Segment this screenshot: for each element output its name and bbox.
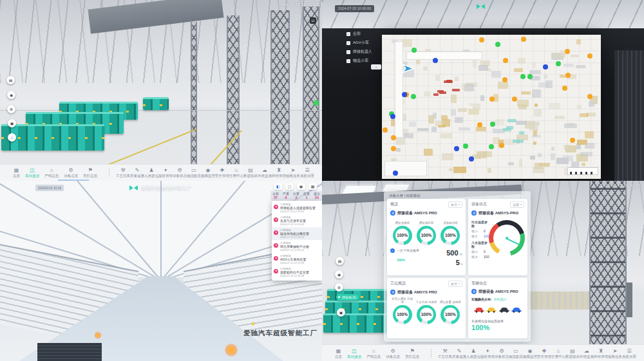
- scene-marker[interactable]: ▣: [8, 119, 16, 127]
- toolbar-item-总览[interactable]: ▦总览: [13, 167, 20, 178]
- scene-marker[interactable]: ▤: [336, 257, 344, 265]
- filter-dropdown[interactable]: 全部▾: [510, 201, 524, 208]
- equipment-status-dot[interactable]: [499, 143, 504, 148]
- equipment-status-dot[interactable]: [512, 97, 517, 102]
- scene-marker[interactable]: ▣: [337, 308, 345, 317]
- equipment-status-dot[interactable]: [556, 61, 561, 66]
- factory-floor-map[interactable]: [382, 35, 601, 179]
- toolbar-item-系统设置[interactable]: ☰系统设置: [300, 167, 314, 178]
- view-button[interactable]: ▦: [308, 183, 317, 190]
- alarm-tab-告警[interactable]: 告警1: [301, 192, 312, 200]
- equipment-status-dot[interactable]: [562, 86, 567, 91]
- equipment-status-dot[interactable]: [503, 58, 508, 63]
- collapse-panel-button[interactable]: ‹: [371, 64, 381, 69]
- filter-dropdown[interactable]: 本月▾: [448, 281, 462, 287]
- toolbar-item-设备总览[interactable]: ⚙设备总览: [64, 167, 78, 178]
- toolbar-item-系统设置[interactable]: ☰系统设置: [622, 348, 636, 358]
- toolbar-item-告警中心[interactable]: ♨告警中心: [229, 167, 243, 178]
- fullscreen-button[interactable]: ⊡: [310, 17, 316, 24]
- equipment-status-dot[interactable]: [543, 64, 548, 69]
- alarm-list-item[interactable]: 4#焊装线安全光栅触发告警2024-07-15 12:02:47: [272, 279, 322, 281]
- toolbar-item-工艺仿真[interactable]: ⚒工艺仿真: [116, 167, 130, 178]
- alarm-list-item[interactable]: 2#焊装线输送线电机过载告警2024-07-15 12:28:16: [272, 227, 322, 240]
- toolbar-item-环境监测[interactable]: ☁环境监测: [258, 167, 272, 178]
- equipment-status-dot[interactable]: [411, 94, 416, 99]
- alarm-list-item[interactable]: 2#焊装线焊点质量抽检不合格2024-07-15 12:20:51: [272, 240, 322, 253]
- alarm-tab-次要[interactable]: 次要2: [291, 192, 301, 200]
- equipment-status-dot[interactable]: [520, 74, 526, 79]
- alarm-list-item[interactable]: 1#焊装线焊接机器人温度超限告警2024-07-15 12:33:05: [272, 201, 322, 214]
- equipment-status-dot[interactable]: [390, 114, 395, 119]
- equipment-status-dot[interactable]: [489, 144, 494, 149]
- toolbar-item-质量追溯[interactable]: ✎质量追溯: [130, 167, 144, 178]
- toolbar-item-能耗管理[interactable]: ✦能耗管理: [158, 167, 173, 178]
- equipment-status-dot[interactable]: [383, 127, 388, 133]
- toolbar-item-班组管理[interactable]: ♜班组管理: [272, 167, 286, 178]
- equipment-status-dot[interactable]: [565, 49, 570, 54]
- equipment-status-dot[interactable]: [391, 146, 396, 151]
- equipment-status-dot[interactable]: [587, 53, 592, 59]
- toolbar-item-车间漫游[interactable]: ◫车间漫游: [347, 348, 361, 358]
- toolbar-item-巡检任务[interactable]: ➤巡检任务: [286, 167, 300, 178]
- toolbar-item-人员定位[interactable]: ♟人员定位: [466, 348, 480, 358]
- equipment-status-dot[interactable]: [521, 37, 526, 42]
- toolbar-item-物流配送[interactable]: ▭物流配送: [187, 167, 201, 178]
- view-button[interactable]: ▣: [297, 183, 305, 190]
- equipment-status-dot[interactable]: [402, 92, 407, 97]
- equipment-status-dot[interactable]: [477, 122, 482, 127]
- camera-position-arrow[interactable]: [402, 64, 415, 73]
- layer-filter-物流小车[interactable]: ✓物流小车: [346, 58, 372, 64]
- equipment-status-dot[interactable]: [391, 135, 396, 140]
- toolbar-item-设备状态[interactable]: ⚙设备状态: [495, 348, 509, 358]
- toolbar-item-人员定位[interactable]: ♟人员定位: [144, 167, 158, 178]
- toolbar-item-质量追溯[interactable]: ✎质量追溯: [452, 348, 466, 358]
- alarm-list-item[interactable]: 1#焊装线夹具气压异常告警2024-07-15 12:31:42: [272, 214, 322, 227]
- toolbar-item-产线总览[interactable]: ⌂产线总览: [366, 348, 381, 358]
- scene-marker[interactable]: ⚙: [335, 283, 343, 292]
- view-button[interactable]: ◧: [274, 183, 282, 190]
- equipment-status-dot[interactable]: [433, 58, 438, 63]
- equipment-status-dot[interactable]: [469, 156, 474, 162]
- toolbar-item-产线总览[interactable]: ⌂产线总览: [44, 167, 59, 178]
- toolbar-item-数据报表[interactable]: ▤数据报表: [565, 348, 580, 358]
- filter-dropdown[interactable]: 本月▾: [448, 201, 462, 208]
- scene-marker[interactable]: ♨: [8, 133, 16, 142]
- toolbar-item-告警中心[interactable]: ♨告警中心: [551, 348, 565, 358]
- toolbar-item-物流配送[interactable]: ▭物流配送: [509, 348, 523, 358]
- alarm-list-item[interactable]: 3#焊装线AGV小车离线告警2024-07-15 12:15:33: [272, 253, 322, 266]
- equipment-status-dot[interactable]: [463, 143, 468, 149]
- toolbar-item-巡检任务[interactable]: ➤巡检任务: [608, 348, 622, 358]
- toolbar-item-能耗管理[interactable]: ✦能耗管理: [480, 348, 495, 358]
- scene-marker[interactable]: ⚙: [7, 105, 15, 113]
- alarm-tab-严重[interactable]: 严重8: [281, 192, 291, 200]
- line-tooltip[interactable]: 焊装线-01: [336, 294, 359, 301]
- toolbar-item-视频监控[interactable]: ◉视频监控: [201, 167, 215, 178]
- toolbar-item-车间漫游[interactable]: ◫车间漫游: [25, 167, 39, 178]
- view-button[interactable]: ▢: [285, 183, 294, 190]
- equipment-status-dot[interactable]: [570, 138, 575, 143]
- scene-marker[interactable]: ◉: [7, 91, 15, 99]
- equipment-status-dot[interactable]: [495, 42, 500, 47]
- toolbar-item-安全管理[interactable]: ✚安全管理: [215, 167, 229, 178]
- scene-marker[interactable]: ▤: [6, 76, 15, 84]
- toolbar-item-安灯总览[interactable]: ⚑安灯总览: [83, 167, 97, 178]
- alarm-list-item[interactable]: 3#焊装线涂胶机料位不足告警2024-07-15 12:10:08: [272, 266, 322, 279]
- toolbar-item-设备状态[interactable]: ⚙设备状态: [173, 167, 187, 178]
- alarm-tab-全部[interactable]: 全部37: [270, 192, 281, 200]
- layer-filter-焊接机器人[interactable]: ✓焊接机器人: [346, 49, 372, 55]
- toolbar-item-视频监控[interactable]: ◉视频监控: [523, 348, 537, 358]
- toolbar-item-工艺仿真[interactable]: ⚒工艺仿真: [438, 348, 452, 358]
- toolbar-item-设备总览[interactable]: ⚙设备总览: [386, 348, 400, 358]
- toolbar-item-安灯总览[interactable]: ⚑安灯总览: [405, 348, 419, 358]
- toolbar-item-班组管理[interactable]: ♜班组管理: [594, 348, 608, 358]
- toolbar-item-安全管理[interactable]: ✚安全管理: [537, 348, 551, 358]
- toolbar-item-数据报表[interactable]: ▤数据报表: [243, 167, 258, 178]
- toolbar-item-环境监测[interactable]: ☁环境监测: [580, 348, 594, 358]
- equipment-status-dot[interactable]: [479, 37, 484, 42]
- equipment-status-dot[interactable]: [454, 146, 459, 151]
- toolbar-item-总览[interactable]: ▦总览: [335, 348, 342, 358]
- scene-marker[interactable]: ◉: [335, 270, 343, 279]
- alarm-tab-提示[interactable]: 提示24: [312, 192, 322, 200]
- equipment-status-dot[interactable]: [490, 122, 495, 127]
- layer-filter-全部[interactable]: ✓全部: [346, 31, 372, 37]
